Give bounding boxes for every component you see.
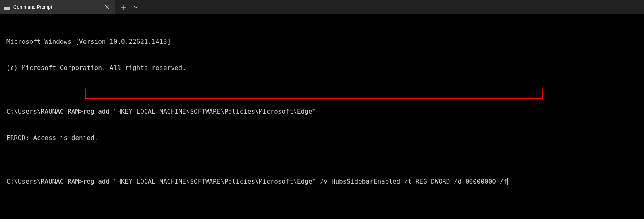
terminal-area[interactable]: Microsoft Windows [Version 10.0.22621.14… bbox=[0, 14, 644, 219]
text-cursor bbox=[507, 178, 508, 185]
prompt-line: C:\Users\RAUNAC RAM>reg add "HKEY_LOCAL_… bbox=[6, 177, 638, 186]
tab-title: Command Prompt bbox=[13, 4, 100, 10]
prompt-text: C:\Users\RAUNAC RAM> bbox=[6, 108, 83, 115]
output-line: Microsoft Windows [Version 10.0.22621.14… bbox=[6, 37, 638, 46]
close-tab-button[interactable] bbox=[103, 3, 111, 11]
terminal-icon bbox=[4, 5, 10, 10]
command-text: reg add "HKEY_LOCAL_MACHINE\SOFTWARE\Pol… bbox=[83, 108, 316, 115]
command-input-text[interactable]: reg add "HKEY_LOCAL_MACHINE\SOFTWARE\Pol… bbox=[83, 178, 507, 185]
tab-dropdown-button[interactable] bbox=[130, 0, 141, 14]
tab-command-prompt[interactable]: Command Prompt bbox=[0, 0, 115, 14]
output-line: C:\Users\RAUNAC RAM>reg add "HKEY_LOCAL_… bbox=[6, 107, 638, 116]
output-line: (c) Microsoft Corporation. All rights re… bbox=[6, 64, 638, 72]
prompt-text: C:\Users\RAUNAC RAM> bbox=[6, 178, 83, 185]
annotation-highlight bbox=[85, 89, 543, 99]
chevron-down-icon bbox=[134, 6, 138, 8]
close-icon bbox=[105, 5, 109, 9]
output-line: ERROR: Access is denied. bbox=[6, 134, 638, 142]
plus-icon bbox=[121, 5, 126, 10]
new-tab-button[interactable] bbox=[117, 0, 130, 14]
title-bar: Command Prompt bbox=[0, 0, 644, 14]
